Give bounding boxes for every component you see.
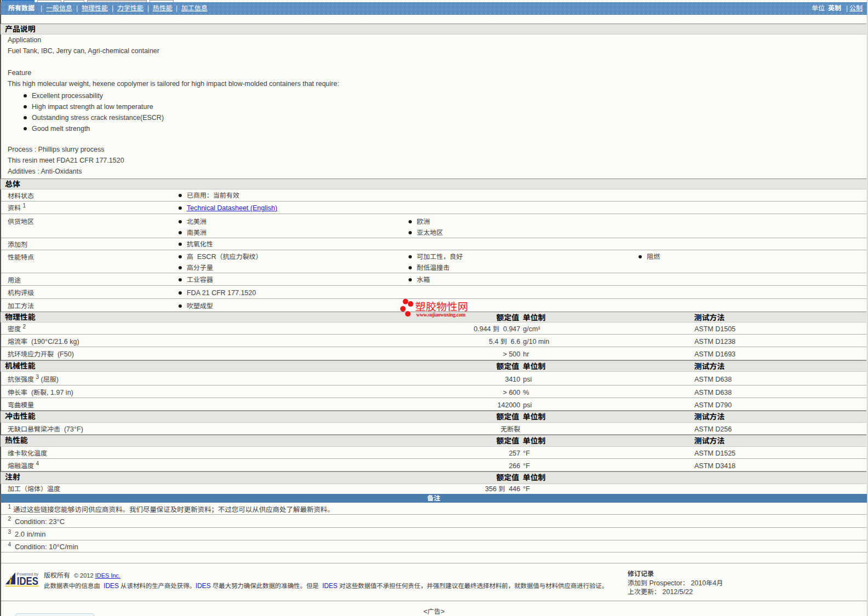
svg-text:IDES: IDES bbox=[17, 575, 38, 587]
svg-text:i: i bbox=[9, 574, 12, 588]
